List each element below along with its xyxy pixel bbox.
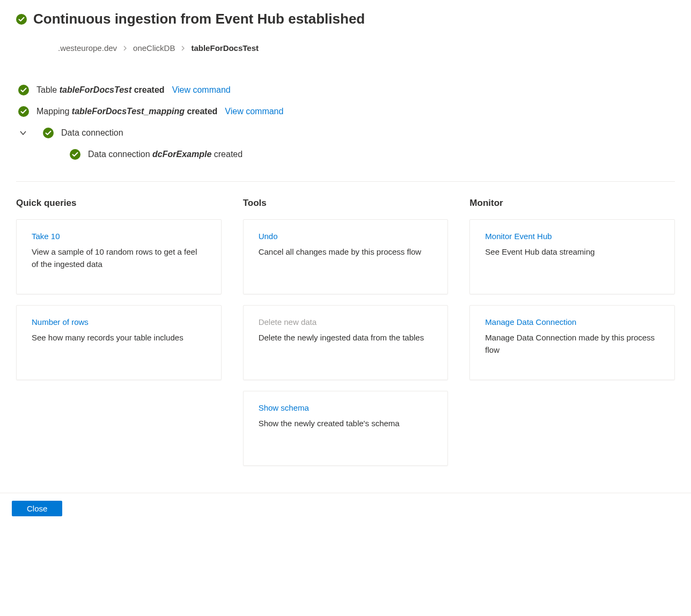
breadcrumb-table: tableForDocsTest [191,43,259,53]
success-icon [43,128,54,138]
chevron-right-icon [180,46,186,51]
chevron-down-icon[interactable] [18,128,28,138]
view-command-link[interactable]: View command [225,107,283,116]
card-description: Manage Data Connection made by this proc… [485,332,659,356]
status-text: Data connection dcForExample created [88,150,242,159]
monitor-column: Monitor Monitor Event Hub See Event Hub … [469,198,675,477]
card-description: View a sample of 10 random rows to get a… [32,246,206,270]
status-mapping-name: tableForDocsTest_mapping [72,107,185,116]
show-schema-link[interactable]: Show schema [259,403,309,412]
number-of-rows-link[interactable]: Number of rows [32,317,89,326]
manage-data-connection-link[interactable]: Manage Data Connection [485,317,576,326]
tools-header: Tools [243,198,449,209]
breadcrumb-cluster[interactable]: .westeurope.dev [58,43,117,53]
status-mapping-suffix: created [185,107,217,116]
status-dc-suffix: created [211,150,242,159]
tools-column: Tools Undo Cancel all changes made by th… [243,198,449,477]
success-icon [18,85,29,95]
undo-card[interactable]: Undo Cancel all changes made by this pro… [243,219,449,294]
status-table-created: Table tableForDocsTest created View comm… [18,79,675,101]
chevron-right-icon [122,46,128,51]
success-icon [18,106,29,117]
status-table-suffix: created [131,85,164,94]
page-header: Continuous ingestion from Event Hub esta… [16,11,675,27]
breadcrumb-database[interactable]: oneClickDB [133,43,175,53]
status-table-name: tableForDocsTest [60,85,132,94]
quick-queries-header: Quick queries [16,198,222,209]
success-icon [70,149,80,160]
manage-data-connection-card[interactable]: Manage Data Connection Manage Data Conne… [469,305,675,380]
status-dc-name: dcForExample [152,150,211,159]
delete-new-data-link: Delete new data [259,317,317,326]
card-description: See how many records your table includes [32,332,206,344]
delete-new-data-card: Delete new data Delete the newly ingeste… [243,305,449,380]
status-mapping-created: Mapping tableForDocsTest_mapping created… [18,101,675,122]
number-of-rows-card[interactable]: Number of rows See how many records your… [16,305,222,380]
status-data-connection-item: Data connection dcForExample created [70,144,675,165]
status-data-connection-group: Data connection [18,122,675,144]
take-10-link[interactable]: Take 10 [32,232,60,241]
status-table-prefix: Table [36,85,60,94]
status-data-connection-label: Data connection [61,128,123,138]
view-command-link[interactable]: View command [172,85,231,95]
monitor-event-hub-card[interactable]: Monitor Event Hub See Event Hub data str… [469,219,675,294]
status-text: Table tableForDocsTest created [36,85,165,95]
success-icon [16,14,27,25]
status-text: Mapping tableForDocsTest_mapping created [36,107,217,116]
card-description: See Event Hub data streaming [485,246,659,258]
card-description: Cancel all changes made by this process … [259,246,433,258]
quick-queries-column: Quick queries Take 10 View a sample of 1… [16,198,222,477]
breadcrumb: .westeurope.dev oneClickDB tableForDocsT… [58,43,675,53]
card-description: Show the newly created table's schema [259,418,433,430]
monitor-event-hub-link[interactable]: Monitor Event Hub [485,232,552,241]
status-list: Table tableForDocsTest created View comm… [16,79,675,165]
close-button[interactable]: Close [12,501,62,516]
show-schema-card[interactable]: Show schema Show the newly created table… [243,391,449,466]
footer: Close [0,493,691,524]
page-title: Continuous ingestion from Event Hub esta… [33,11,365,27]
card-description: Delete the newly ingested data from the … [259,332,433,344]
monitor-header: Monitor [469,198,675,209]
divider [16,181,675,182]
action-columns: Quick queries Take 10 View a sample of 1… [16,198,675,477]
status-dc-prefix: Data connection [88,150,152,159]
undo-link[interactable]: Undo [259,232,278,241]
status-mapping-prefix: Mapping [36,107,72,116]
take-10-card[interactable]: Take 10 View a sample of 10 random rows … [16,219,222,294]
